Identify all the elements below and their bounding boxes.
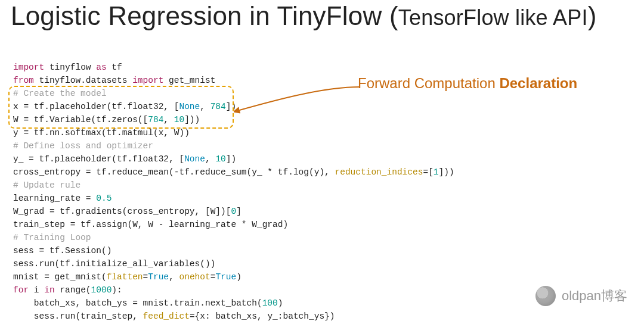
watermark-icon bbox=[535, 286, 556, 306]
highlight-box bbox=[8, 86, 234, 129]
comment-training: # Training Loop bbox=[13, 233, 91, 242]
watermark: oldpan博客 bbox=[535, 286, 627, 306]
watermark-text: oldpan博客 bbox=[562, 287, 627, 305]
kw-import: import bbox=[13, 63, 44, 72]
title-main: Logistic Regression in TinyFlow ( bbox=[11, 1, 398, 30]
slide: Logistic Regression in TinyFlow (TensorF… bbox=[0, 0, 644, 324]
callout-label: Forward Computation Declaration bbox=[358, 75, 577, 92]
title-close: ) bbox=[588, 1, 597, 30]
title-sub: TensorFlow like API bbox=[398, 5, 588, 30]
comment-update: # Update rule bbox=[13, 180, 80, 190]
slide-title: Logistic Regression in TinyFlow (TensorF… bbox=[11, 1, 597, 31]
comment-loss: # Define loss and optimizer bbox=[13, 141, 153, 151]
